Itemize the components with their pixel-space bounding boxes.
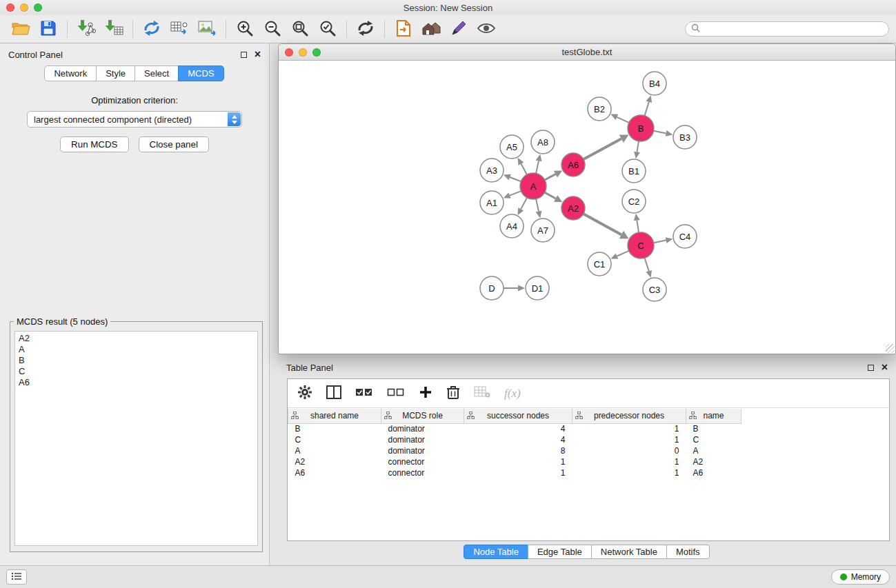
float-panel-icon[interactable]: [868, 365, 874, 371]
column-header-predecessor-nodes[interactable]: predecessor nodes: [573, 409, 686, 423]
tab-style[interactable]: Style: [96, 65, 135, 81]
graph-edge-A-A3[interactable]: [510, 177, 521, 181]
table-row[interactable]: A2connector11A2: [288, 456, 890, 467]
table-settings-button[interactable]: [297, 385, 312, 402]
export-image-button[interactable]: [193, 17, 221, 41]
graph-edge-C-C4[interactable]: [654, 241, 666, 243]
column-header-shared-name[interactable]: shared name: [288, 409, 381, 423]
show-columns-button[interactable]: [326, 385, 341, 401]
open-session-button[interactable]: [7, 17, 34, 41]
delete-column-button[interactable]: [446, 385, 460, 402]
table-row[interactable]: Bdominator41B: [288, 423, 890, 434]
minimize-window-button[interactable]: [20, 3, 28, 12]
mcds-result-item[interactable]: A6: [15, 377, 257, 388]
graph-edge-C-C3[interactable]: [645, 258, 649, 271]
table-cell[interactable]: 8: [464, 445, 573, 456]
table-cell[interactable]: dominator: [381, 434, 464, 445]
table-row[interactable]: Adominator80A: [288, 445, 890, 456]
zoom-window-button[interactable]: [34, 3, 42, 12]
table-cell[interactable]: B: [288, 423, 381, 434]
table-cell[interactable]: 1: [464, 467, 573, 478]
memory-button[interactable]: Memory: [831, 569, 890, 585]
table-cell[interactable]: 4: [464, 423, 573, 434]
add-column-button[interactable]: [419, 385, 432, 401]
zoom-out-button[interactable]: [259, 17, 286, 41]
titlebar[interactable]: Session: New Session: [0, 0, 896, 15]
table-row[interactable]: Cdominator41C: [288, 434, 890, 445]
show-details-button[interactable]: [472, 17, 500, 41]
tab-motifs[interactable]: Motifs: [666, 545, 710, 559]
table-cell[interactable]: B: [686, 423, 741, 434]
zoom-fit-button[interactable]: [286, 17, 314, 41]
table-cell[interactable]: A: [288, 445, 381, 456]
table-cell[interactable]: C: [288, 434, 381, 445]
network-zoom-button[interactable]: [312, 48, 321, 57]
graph-edge-A-A7[interactable]: [536, 199, 539, 212]
graph-edge-A-A5[interactable]: [521, 164, 527, 175]
network-canvas-area[interactable]: B4B2BB3A5A8A6A3B1AA1C2A2A4A7C4CC1DD1C3: [279, 61, 895, 353]
brush-button[interactable]: [445, 17, 472, 41]
graph-edge-A-A4[interactable]: [521, 198, 527, 210]
table-row[interactable]: A6connector11A6: [288, 467, 890, 478]
graph-edge-C-C1[interactable]: [617, 251, 629, 256]
table-cell[interactable]: C: [686, 434, 741, 445]
close-window-button[interactable]: [6, 3, 14, 12]
export-table-button[interactable]: [166, 17, 193, 41]
table-cell[interactable]: 1: [464, 456, 573, 467]
table-cell[interactable]: dominator: [381, 423, 464, 434]
zoom-in-button[interactable]: [231, 17, 259, 41]
network-canvas[interactable]: B4B2BB3A5A8A6A3B1AA1C2A2A4A7C4CC1DD1C3: [279, 61, 895, 353]
table-cell[interactable]: A6: [288, 467, 381, 478]
document-button[interactable]: [390, 17, 417, 41]
table-cell[interactable]: connector: [381, 467, 464, 478]
export-network-button[interactable]: [138, 17, 166, 41]
mcds-result-item[interactable]: B: [15, 355, 257, 366]
graph-edge-B-B1[interactable]: [637, 141, 639, 152]
run-mcds-button[interactable]: Run MCDS: [60, 136, 128, 152]
deselect-all-button[interactable]: [387, 386, 405, 401]
refresh-button[interactable]: [352, 17, 379, 41]
table-cell[interactable]: 1: [573, 467, 686, 478]
column-header-name[interactable]: name: [686, 409, 741, 423]
table-cell[interactable]: A6: [686, 467, 741, 478]
graph-edge-A-A1[interactable]: [510, 191, 521, 196]
table-cell[interactable]: 1: [573, 434, 686, 445]
tab-network[interactable]: Network: [44, 65, 97, 81]
zoom-selected-button[interactable]: [314, 17, 341, 41]
graph-edge-B-B4[interactable]: [645, 102, 649, 116]
show-panels-button[interactable]: [6, 569, 27, 585]
tab-network-table[interactable]: Network Table: [591, 545, 667, 559]
graph-edge-A6-B[interactable]: [584, 139, 621, 159]
graph-edge-A-A6[interactable]: [545, 174, 556, 180]
table-cell[interactable]: 4: [464, 434, 573, 445]
select-all-button[interactable]: [355, 386, 373, 401]
graph-edge-A-A8[interactable]: [536, 161, 539, 173]
import-network-button[interactable]: [72, 17, 100, 41]
mcds-result-item[interactable]: A: [15, 344, 257, 355]
network-close-button[interactable]: [285, 48, 293, 57]
float-panel-icon[interactable]: [241, 52, 247, 58]
table-cell[interactable]: dominator: [381, 445, 464, 456]
tab-mcds[interactable]: MCDS: [178, 65, 223, 81]
home-button[interactable]: [417, 17, 445, 41]
mcds-result-item[interactable]: A2: [15, 333, 257, 344]
graph-edge-A2-C[interactable]: [584, 214, 621, 234]
mcds-result-item[interactable]: C: [15, 366, 257, 377]
graph-edge-A-A2[interactable]: [545, 192, 556, 199]
table-cell[interactable]: 1: [573, 456, 686, 467]
tab-node-table[interactable]: Node Table: [464, 545, 528, 559]
graph-edge-B-B3[interactable]: [654, 131, 666, 134]
close-panel-icon[interactable]: ×: [255, 51, 261, 58]
save-session-button[interactable]: [34, 17, 62, 41]
close-panel-icon[interactable]: ×: [882, 364, 888, 371]
table-cell[interactable]: A: [686, 445, 741, 456]
graph-edge-B-B2[interactable]: [617, 117, 628, 123]
import-table-button[interactable]: [100, 17, 128, 41]
network-minimize-button[interactable]: [299, 48, 307, 57]
table-cell[interactable]: A2: [686, 456, 741, 467]
resize-grip-icon[interactable]: [886, 344, 895, 353]
search-input[interactable]: [704, 24, 883, 34]
table-cell[interactable]: A2: [288, 456, 381, 467]
mcds-result-list[interactable]: A2ABCA6: [14, 331, 258, 546]
tab-edge-table[interactable]: Edge Table: [528, 545, 592, 559]
